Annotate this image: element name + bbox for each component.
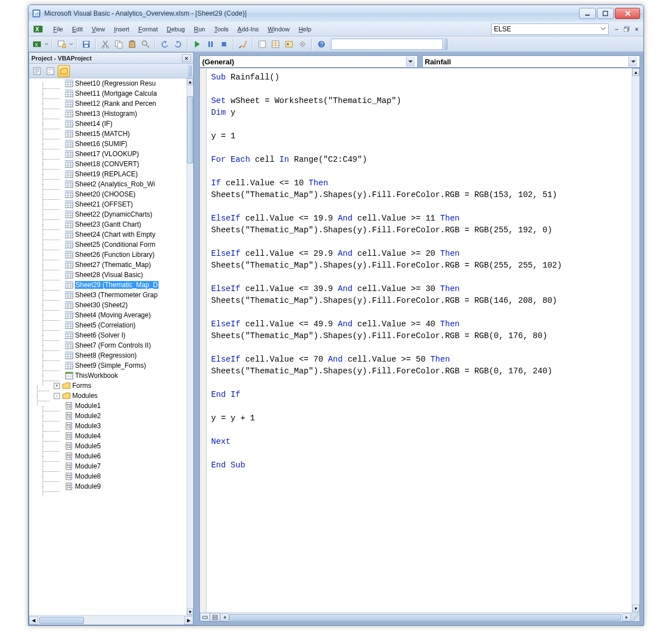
tree-item[interactable]: Sheet29 (Thematic_Map_D [29,280,186,290]
tree-item[interactable]: Sheet2 (Analytics_Rob_Wi [29,179,186,189]
tree-item[interactable]: Sheet30 (Sheet2) [29,300,186,310]
scroll-down-button[interactable]: ▼ [632,604,640,612]
scrollbar-thumb[interactable] [187,96,193,163]
tree-item[interactable]: Sheet7 (Form Controls II) [29,340,186,350]
find-button[interactable] [139,38,152,50]
tree-item[interactable]: Module5 [29,441,186,451]
toggle-folders-button[interactable] [58,65,70,77]
tree-item[interactable]: Sheet11 (Mortgage Calcula [29,88,186,99]
scroll-left-button[interactable]: ◀ [29,616,38,625]
tree-item[interactable]: Module9 [29,481,186,491]
menu-format[interactable]: Format [134,24,162,34]
menu-view[interactable]: View [87,24,110,34]
full-module-view-button[interactable] [210,613,220,621]
tree-vertical-scrollbar[interactable]: ▲ ▼ [186,78,193,615]
maximize-button[interactable] [597,8,614,19]
run-button[interactable] [191,38,203,50]
tree-item[interactable]: Sheet15 (MATCH) [29,129,186,139]
code-margin[interactable] [200,68,207,612]
tree-item[interactable]: Sheet23 (Gantt Chart) [29,219,186,229]
tree-item[interactable]: Sheet3 (Thermometer Grap [29,290,186,300]
menu-edit[interactable]: Edit [68,24,87,34]
menu-tools[interactable]: Tools [209,24,233,34]
mdi-minimize-button[interactable]: – [612,25,621,33]
menu-help[interactable]: Help [294,24,316,34]
tree-item[interactable]: Module8 [29,471,186,481]
tree-item[interactable]: Sheet5 (Correlation) [29,320,186,330]
menu-file[interactable]: File [49,24,68,34]
titlebar[interactable]: vb Microsoft Visual Basic - Analytics_Ov… [29,5,643,22]
menu-add-ins[interactable]: Add-Ins [233,24,263,34]
tree-item[interactable]: Sheet6 (Solver I) [29,330,186,340]
tree-item[interactable]: Sheet24 (Chart with Empty [29,229,186,240]
tree-item[interactable]: +Forms [29,381,186,391]
project-explorer-button[interactable] [256,38,268,50]
object-browser-button[interactable] [283,38,295,50]
procedure-view-button[interactable] [200,613,210,621]
mdi-close-button[interactable]: × [632,25,641,33]
close-icon[interactable]: × [182,54,191,62]
code-editor[interactable]: Sub Rainfall() Set wSheet = Worksheets("… [207,68,632,612]
code-horizontal-scrollbar[interactable] [220,613,631,621]
tree-item[interactable]: Sheet25 (Conditional Form [29,240,186,250]
tree-item[interactable]: Sheet13 (Histogram) [29,109,186,119]
procedure-dropdown[interactable]: Rainfall [422,55,641,68]
scope-dropdown[interactable]: ELSE [491,24,609,35]
expand-toggle[interactable]: + [54,383,60,389]
reset-button[interactable] [218,38,230,50]
tree-item[interactable]: Sheet17 (VLOOKUP) [29,149,186,159]
scroll-right-button[interactable] [622,613,631,621]
scroll-left-button[interactable] [220,613,229,621]
view-object-button[interactable] [44,65,57,77]
tree-item[interactable]: ThisWorkbook [29,371,186,381]
expand-toggle[interactable]: - [54,393,60,399]
scroll-up-button[interactable]: ▲ [632,68,640,76]
tree-item[interactable]: Sheet28 (Visual Basic) [29,270,186,280]
tree-item[interactable]: Module1 [29,401,186,411]
undo-button[interactable] [158,38,171,50]
properties-button[interactable] [269,38,282,50]
view-excel-button[interactable]: X [31,38,43,50]
object-dropdown[interactable]: (General) [199,55,418,68]
scroll-up-button[interactable]: ▲ [187,78,193,85]
tree-item[interactable]: Sheet10 (Regression Resu [29,78,186,88]
close-button[interactable] [615,8,640,19]
project-tree[interactable]: Sheet10 (Regression ResuSheet11 (Mortgag… [29,78,193,615]
tree-item[interactable]: Sheet16 (SUMIF) [29,139,186,149]
toolbar-overflow[interactable] [188,65,192,77]
save-button[interactable] [80,38,92,50]
insert-button[interactable] [55,38,68,50]
mdi-restore-button[interactable] [622,25,631,33]
scroll-down-button[interactable]: ▼ [187,608,193,615]
menu-run[interactable]: Run [189,24,209,34]
project-pane-title[interactable]: Project - VBAProject × [29,53,193,64]
tree-item[interactable]: Sheet19 (REPLACE) [29,169,186,179]
tree-item[interactable]: Sheet12 (Rank and Percen [29,99,186,109]
toolbox-button[interactable] [296,38,309,50]
tree-item[interactable]: Sheet4 (Moving Average) [29,310,186,320]
tree-item[interactable]: Sheet26 (Function Library) [29,250,186,260]
tree-item[interactable]: -Modules [29,391,186,401]
tree-item[interactable]: Module2 [29,411,186,421]
tree-item[interactable]: Sheet21 (OFFSET) [29,199,186,209]
view-code-button[interactable] [31,65,43,77]
scrollbar-thumb[interactable] [229,614,621,621]
tree-item[interactable]: Sheet18 (CONVERT) [29,159,186,169]
tree-item[interactable]: Module3 [29,421,186,431]
design-mode-button[interactable] [237,38,249,50]
paste-button[interactable] [126,38,138,50]
tree-item[interactable]: Sheet27 (Thematic_Map) [29,260,186,270]
minimize-button[interactable] [579,8,596,19]
resize-grip[interactable] [631,613,640,621]
break-button[interactable] [204,38,217,50]
tree-item[interactable]: Sheet8 (Regression) [29,350,186,360]
tree-item[interactable]: Sheet20 (CHOOSE) [29,189,186,199]
code-vertical-scrollbar[interactable]: ▲ ▼ [632,68,640,612]
scrollbar-thumb[interactable] [39,617,84,624]
tree-item[interactable]: Module6 [29,451,186,461]
help-search-input[interactable] [331,39,443,50]
cut-button[interactable] [99,38,111,50]
tree-item[interactable]: Sheet22 (DynamicCharts) [29,209,186,219]
menu-insert[interactable]: Insert [109,24,134,34]
tree-horizontal-scrollbar[interactable]: ◀ ▶ [29,615,193,625]
